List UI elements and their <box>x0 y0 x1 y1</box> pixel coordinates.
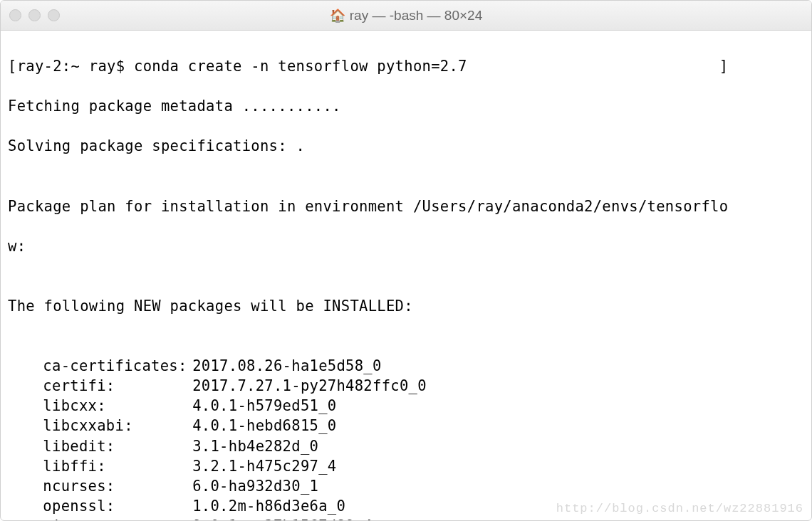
package-indent <box>8 436 43 456</box>
package-indent <box>8 476 43 496</box>
package-row: pip:9.0.1-py27h1567d89_4 <box>8 516 804 521</box>
terminal-line-plan2: w: <box>8 236 804 256</box>
package-name: libedit: <box>43 436 192 456</box>
package-indent <box>8 456 43 476</box>
package-version: 2017.08.26-ha1e5d58_0 <box>192 356 381 376</box>
package-row: libcxxabi:4.0.1-hebd6815_0 <box>8 416 804 436</box>
maximize-button[interactable] <box>48 9 60 21</box>
package-indent <box>8 396 43 416</box>
package-name: ca-certificates: <box>43 356 192 376</box>
terminal-line-fetch: Fetching package metadata ........... <box>8 96 804 116</box>
package-row: libffi:3.2.1-h475c297_4 <box>8 456 804 476</box>
package-version: 9.0.1-py27h1567d89_4 <box>192 516 373 521</box>
terminal-line-solve: Solving package specifications: . <box>8 136 804 156</box>
package-name: openssl: <box>43 496 192 516</box>
package-version: 2017.7.27.1-py27h482ffc0_0 <box>192 376 427 396</box>
package-indent <box>8 416 43 436</box>
package-version: 6.0-ha932d30_1 <box>192 476 318 496</box>
close-button[interactable] <box>9 9 21 21</box>
package-indent <box>8 376 43 396</box>
package-row: ca-certificates:2017.08.26-ha1e5d58_0 <box>8 356 804 376</box>
home-icon: 🏠 <box>330 8 345 23</box>
traffic-lights <box>9 9 60 21</box>
package-name: pip: <box>43 516 192 521</box>
package-name: ncurses: <box>43 476 192 496</box>
package-name: libcxx: <box>43 396 192 416</box>
window-title-bar: 🏠 ray — -bash — 80×24 <box>1 1 811 31</box>
package-version: 3.1-hb4e282d_0 <box>192 436 318 456</box>
window-title: 🏠 ray — -bash — 80×24 <box>1 8 811 23</box>
watermark-text: http://blog.csdn.net/wz22881916 <box>556 502 803 515</box>
window-title-text: ray — -bash — 80×24 <box>350 8 482 23</box>
package-version: 1.0.2m-h86d3e6a_0 <box>192 496 345 516</box>
terminal-output[interactable]: [ray-2:~ ray$ conda create -n tensorflow… <box>1 31 811 521</box>
terminal-line-prompt: [ray-2:~ ray$ conda create -n tensorflow… <box>8 56 804 76</box>
package-row: certifi:2017.7.27.1-py27h482ffc0_0 <box>8 376 804 396</box>
package-indent <box>8 516 43 521</box>
minimize-button[interactable] <box>28 9 41 21</box>
package-version: 3.2.1-h475c297_4 <box>192 456 336 476</box>
package-version: 4.0.1-hebd6815_0 <box>192 416 336 436</box>
package-version: 4.0.1-h579ed51_0 <box>192 396 336 416</box>
package-name: certifi: <box>43 376 192 396</box>
package-list: ca-certificates:2017.08.26-ha1e5d58_0 ce… <box>8 356 804 521</box>
package-name: libffi: <box>43 456 192 476</box>
package-row: ncurses:6.0-ha932d30_1 <box>8 476 804 496</box>
terminal-line-new-header: The following NEW packages will be INSTA… <box>8 296 804 316</box>
terminal-line-plan1: Package plan for installation in environ… <box>8 196 804 216</box>
package-indent <box>8 496 43 516</box>
package-name: libcxxabi: <box>43 416 192 436</box>
package-row: libcxx:4.0.1-h579ed51_0 <box>8 396 804 416</box>
package-indent <box>8 356 43 376</box>
package-row: libedit:3.1-hb4e282d_0 <box>8 436 804 456</box>
